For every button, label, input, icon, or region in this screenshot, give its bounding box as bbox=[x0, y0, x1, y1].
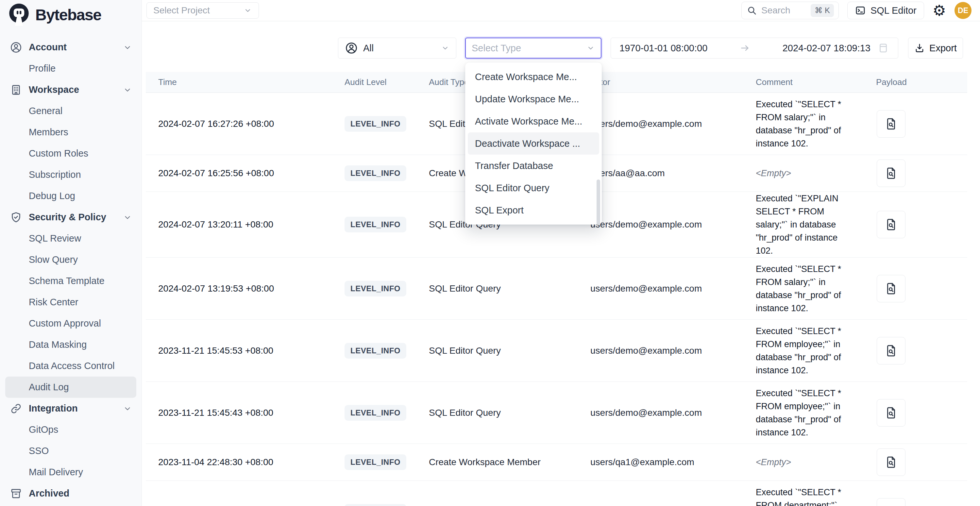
view-payload-button[interactable] bbox=[877, 498, 905, 506]
building-icon bbox=[10, 84, 22, 96]
avatar[interactable]: DE bbox=[955, 2, 972, 19]
cell-time: 2023-11-21 15:45:53 +08:00 bbox=[146, 345, 332, 356]
sidebar-item-audit-log[interactable]: Audit Log bbox=[5, 377, 136, 398]
cell-actor: users/qa1@example.com bbox=[578, 457, 743, 468]
sidebar-section-security-policy[interactable]: Security & Policy bbox=[5, 207, 136, 228]
sidebar-item-debug-log[interactable]: Debug Log bbox=[5, 185, 136, 207]
column-header-payload: Payload bbox=[864, 77, 967, 87]
file-search-icon bbox=[884, 455, 898, 469]
cell-audit-level: LEVEL_INFO bbox=[332, 454, 417, 470]
export-button[interactable]: Export bbox=[908, 38, 963, 59]
arrow-right-icon bbox=[714, 43, 776, 54]
table-row: 2023-11-04 01:06:24 +08:00 LEVEL_INFO SQ… bbox=[146, 481, 967, 506]
view-payload-button[interactable] bbox=[877, 449, 905, 476]
dropdown-option[interactable]: Activate Workspace Me... bbox=[468, 110, 599, 132]
chevron-down-icon bbox=[123, 404, 132, 413]
sidebar-item-data-access-control[interactable]: Data Access Control bbox=[5, 355, 136, 377]
sql-editor-label: SQL Editor bbox=[870, 5, 916, 16]
cell-audit-level: LEVEL_INFO bbox=[332, 116, 417, 132]
sidebar-item-schema-template[interactable]: Schema Template bbox=[5, 271, 136, 291]
sql-editor-button[interactable]: SQL Editor bbox=[847, 2, 924, 19]
topbar-right: Search ⌘ K SQL Editor ⚙ DE bbox=[741, 2, 972, 19]
dropdown-option[interactable]: SQL Export bbox=[468, 199, 599, 221]
dropdown-option[interactable]: Transfer Database bbox=[468, 154, 599, 177]
cell-comment: Executed `"SELECT * FROM employee;"` in … bbox=[743, 387, 864, 439]
cell-payload bbox=[864, 498, 967, 506]
sidebar-nav: Account Profile Workspace General Member… bbox=[0, 25, 142, 504]
view-payload-button[interactable] bbox=[877, 110, 905, 138]
chevron-down-icon bbox=[123, 43, 132, 52]
column-header-audit-level: Audit Level bbox=[332, 77, 417, 87]
sidebar-item-subscription[interactable]: Subscription bbox=[5, 164, 136, 185]
type-filter-select[interactable]: Select Type bbox=[465, 38, 601, 59]
actor-filter-select[interactable]: All bbox=[338, 38, 456, 59]
dropdown-scrollbar-thumb[interactable] bbox=[597, 180, 600, 225]
sidebar-item-custom-approval[interactable]: Custom Approval bbox=[5, 313, 136, 334]
cell-audit-level: LEVEL_INFO bbox=[332, 217, 417, 232]
actor-filter-value: All bbox=[363, 43, 374, 54]
file-search-icon bbox=[884, 282, 898, 296]
level-badge: LEVEL_INFO bbox=[345, 165, 406, 181]
cell-payload bbox=[864, 159, 967, 187]
cell-payload bbox=[864, 337, 967, 364]
chevron-down-icon bbox=[123, 213, 132, 222]
date-range-end[interactable]: 2024-02-07 18:09:13 bbox=[783, 43, 870, 54]
dropdown-option[interactable]: Create Workspace Me... bbox=[468, 66, 599, 88]
sidebar-section-account[interactable]: Account bbox=[5, 37, 136, 58]
date-range-picker[interactable]: 1970-01-01 08:00:00 2024-02-07 18:09:13 bbox=[611, 38, 898, 59]
sidebar-section-archived[interactable]: Archived bbox=[5, 483, 136, 504]
sidebar-item-custom-roles[interactable]: Custom Roles bbox=[5, 143, 136, 164]
column-header-comment: Comment bbox=[743, 77, 864, 87]
sidebar-item-members[interactable]: Members bbox=[5, 122, 136, 143]
cell-audit-level: LEVEL_INFO bbox=[332, 165, 417, 181]
sidebar-item-profile[interactable]: Profile bbox=[5, 58, 136, 79]
table-row: 2023-11-04 22:48:30 +08:00 LEVEL_INFO Cr… bbox=[146, 444, 967, 481]
file-search-icon bbox=[884, 406, 898, 420]
level-badge: LEVEL_INFO bbox=[345, 217, 406, 232]
file-search-icon bbox=[884, 344, 898, 358]
search-shortcut-badge: ⌘ K bbox=[811, 4, 834, 17]
search-input[interactable]: Search ⌘ K bbox=[741, 2, 839, 19]
chevron-down-icon bbox=[586, 44, 595, 52]
view-payload-button[interactable] bbox=[877, 275, 905, 302]
dropdown-option[interactable]: SQL Editor Query bbox=[468, 177, 599, 199]
sidebar-item-data-masking[interactable]: Data Masking bbox=[5, 334, 136, 355]
sidebar-item-sql-review[interactable]: SQL Review bbox=[5, 228, 136, 249]
sidebar-section-integration[interactable]: Integration bbox=[5, 398, 136, 419]
view-payload-button[interactable] bbox=[877, 399, 905, 426]
chevron-down-icon bbox=[243, 6, 252, 15]
table-row: 2023-11-21 15:45:53 +08:00 LEVEL_INFO SQ… bbox=[146, 320, 967, 382]
project-select-placeholder: Select Project bbox=[153, 5, 210, 16]
sidebar-item-sso[interactable]: SSO bbox=[5, 440, 136, 461]
level-badge: LEVEL_INFO bbox=[345, 405, 406, 421]
date-range-start[interactable]: 1970-01-01 08:00:00 bbox=[619, 43, 707, 54]
sidebar-item-slow-query[interactable]: Slow Query bbox=[5, 249, 136, 271]
dropdown-option[interactable]: Update Workspace Me... bbox=[468, 88, 599, 110]
cell-actor: users/aa@aa.com bbox=[578, 168, 743, 178]
sidebar-item-risk-center[interactable]: Risk Center bbox=[5, 291, 136, 313]
cell-time: 2023-11-21 15:45:43 +08:00 bbox=[146, 407, 332, 418]
cell-audit-level: LEVEL_INFO bbox=[332, 405, 417, 421]
cell-comment: <Empty> bbox=[743, 456, 864, 469]
dropdown-option[interactable]: Deactivate Workspace ... bbox=[468, 132, 599, 154]
cell-payload bbox=[864, 399, 967, 426]
sidebar-item-general[interactable]: General bbox=[5, 100, 136, 122]
file-search-icon bbox=[884, 218, 898, 231]
sidebar-item-gitops[interactable]: GitOps bbox=[5, 419, 136, 440]
cell-payload bbox=[864, 275, 967, 302]
bytebase-logo[interactable]: Bytebase bbox=[0, 0, 142, 25]
view-payload-button[interactable] bbox=[877, 337, 905, 364]
gear-icon[interactable]: ⚙ bbox=[932, 3, 946, 18]
project-select[interactable]: Select Project bbox=[146, 2, 259, 19]
sidebar-item-mail-delivery[interactable]: Mail Delivery bbox=[5, 461, 136, 483]
bytebase-logo-icon bbox=[8, 3, 30, 27]
cell-comment: <Empty> bbox=[743, 167, 864, 180]
view-payload-button[interactable] bbox=[877, 159, 905, 187]
level-badge: LEVEL_INFO bbox=[345, 343, 406, 359]
cell-audit-level: LEVEL_INFO bbox=[332, 281, 417, 296]
file-search-icon bbox=[884, 166, 898, 180]
link-icon bbox=[10, 403, 22, 415]
user-circle-icon bbox=[10, 41, 22, 54]
view-payload-button[interactable] bbox=[877, 211, 905, 238]
sidebar-section-workspace[interactable]: Workspace bbox=[5, 79, 136, 100]
